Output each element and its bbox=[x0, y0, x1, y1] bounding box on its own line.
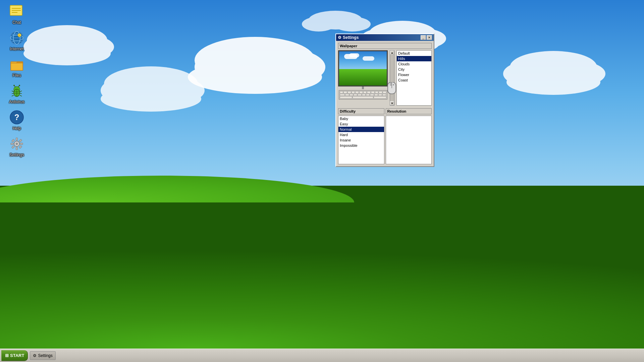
wallpaper-item-clouds[interactable]: Clouds bbox=[397, 61, 431, 67]
wallpaper-section: ▲ ▼ DefaultHillsCloudsCityFlowerCoast bbox=[338, 50, 432, 106]
settings-desktop-label: Settings bbox=[9, 153, 24, 157]
taskbar-item-label: Settings bbox=[38, 353, 52, 358]
screen-cloud2 bbox=[349, 53, 359, 57]
scroll-down-btn[interactable]: ▼ bbox=[390, 101, 394, 105]
internet-icon-item[interactable]: Internet bbox=[3, 30, 30, 51]
antivirus-label: Antivirus bbox=[9, 100, 24, 104]
svg-point-53 bbox=[16, 143, 18, 145]
difficulty-item-normal[interactable]: Normal bbox=[338, 127, 384, 132]
svg-point-39 bbox=[19, 85, 20, 86]
difficulty-item-impossible[interactable]: Impossible bbox=[338, 143, 384, 148]
settings-icon bbox=[9, 136, 25, 152]
screen-sky bbox=[339, 51, 387, 69]
chat-label: Chat bbox=[12, 20, 21, 25]
taskbar-settings-item[interactable]: ⚙ Settings bbox=[30, 351, 55, 360]
monitor-screen bbox=[338, 50, 388, 86]
wallpaper-section-label: Wallpaper bbox=[338, 43, 432, 49]
resolution-list bbox=[386, 116, 432, 164]
wallpaper-item-flower[interactable]: Flower bbox=[397, 72, 431, 77]
monitor-neck bbox=[362, 86, 364, 89]
close-button[interactable]: ✕ bbox=[427, 35, 432, 40]
svg-rect-55 bbox=[16, 147, 18, 150]
settings-window: ⚙ Settings _ ✕ Wallpaper bbox=[335, 34, 434, 167]
svg-line-49 bbox=[20, 95, 22, 96]
start-label: START bbox=[10, 353, 24, 358]
difficulty-item-baby[interactable]: Baby bbox=[338, 116, 384, 121]
minimize-button[interactable]: _ bbox=[421, 35, 426, 40]
svg-rect-58 bbox=[11, 139, 14, 142]
difficulty-list: BabyEasyNormalHardInsaneImpossible bbox=[338, 116, 384, 164]
grass-background bbox=[0, 186, 644, 349]
svg-line-44 bbox=[12, 91, 14, 92]
screen-grass bbox=[339, 69, 387, 85]
svg-line-47 bbox=[20, 91, 22, 92]
files-icon-item[interactable]: Files bbox=[3, 56, 30, 78]
help-icon-item[interactable]: ? Help bbox=[3, 109, 30, 131]
antivirus-icon-item[interactable]: Antivirus bbox=[3, 83, 30, 104]
window-title-icon: ⚙ bbox=[338, 35, 341, 40]
difficulty-item-hard[interactable]: Hard bbox=[338, 132, 384, 137]
screen-cloud3 bbox=[363, 56, 374, 61]
difficulty-item-insane[interactable]: Insane bbox=[338, 137, 384, 143]
svg-text:?: ? bbox=[14, 113, 19, 122]
taskbar: ⊞ START ⚙ Settings bbox=[0, 349, 644, 362]
desktop-icons-container: Chat Internet Fi bbox=[3, 3, 30, 157]
difficulty-list-wrapper: BabyEasyNormalHardInsaneImpossible bbox=[338, 116, 384, 164]
svg-rect-60 bbox=[11, 145, 14, 148]
internet-icon bbox=[9, 30, 25, 46]
wallpaper-item-default[interactable]: Default bbox=[397, 51, 431, 56]
monitor-preview-container bbox=[338, 50, 388, 106]
keyboard-preview bbox=[339, 90, 387, 100]
wallpaper-item-hills[interactable]: Hills bbox=[397, 56, 431, 61]
svg-rect-56 bbox=[11, 143, 13, 145]
chat-icon bbox=[9, 3, 25, 19]
bottom-sections: Difficulty BabyEasyNormalHardInsaneImpos… bbox=[338, 108, 432, 164]
window-controls: _ ✕ bbox=[421, 35, 432, 40]
window-body: Wallpaper bbox=[336, 41, 434, 166]
difficulty-label: Difficulty bbox=[338, 108, 384, 114]
svg-line-46 bbox=[12, 95, 14, 96]
svg-rect-57 bbox=[20, 143, 23, 145]
files-icon bbox=[9, 56, 25, 72]
svg-rect-54 bbox=[16, 138, 18, 140]
svg-rect-59 bbox=[19, 139, 22, 142]
window-titlebar: ⚙ Settings _ ✕ bbox=[336, 34, 434, 41]
chat-icon-item[interactable]: Chat bbox=[3, 3, 30, 25]
start-button[interactable]: ⊞ START bbox=[1, 350, 28, 361]
resolution-label: Resolution bbox=[386, 108, 432, 114]
scroll-track bbox=[390, 55, 394, 101]
window-title-text: Settings bbox=[343, 35, 359, 40]
help-icon: ? bbox=[9, 109, 25, 125]
svg-rect-33 bbox=[11, 63, 23, 70]
wallpaper-list: DefaultHillsCloudsCityFlowerCoast bbox=[396, 50, 432, 106]
settings-icon-item[interactable]: Settings bbox=[3, 136, 30, 157]
titlebar-left: ⚙ Settings bbox=[338, 35, 359, 40]
scroll-up-btn[interactable]: ▲ bbox=[390, 51, 394, 55]
start-icon: ⊞ bbox=[5, 353, 9, 358]
resolution-section: Resolution bbox=[386, 108, 432, 164]
wallpaper-item-coast[interactable]: Coast bbox=[397, 77, 431, 83]
taskbar-item-icon: ⚙ bbox=[33, 353, 37, 358]
wallpaper-item-city[interactable]: City bbox=[397, 67, 431, 72]
difficulty-item-easy[interactable]: Easy bbox=[338, 121, 384, 127]
help-label: Help bbox=[13, 126, 21, 131]
desktop-background bbox=[0, 0, 644, 362]
svg-rect-61 bbox=[19, 145, 22, 148]
difficulty-section: Difficulty BabyEasyNormalHardInsaneImpos… bbox=[338, 108, 384, 164]
svg-point-37 bbox=[13, 85, 15, 86]
antivirus-icon bbox=[9, 83, 25, 99]
wallpaper-scrollbar: ▲ ▼ bbox=[390, 50, 394, 106]
files-label: Files bbox=[12, 73, 21, 78]
internet-label: Internet bbox=[10, 47, 24, 51]
